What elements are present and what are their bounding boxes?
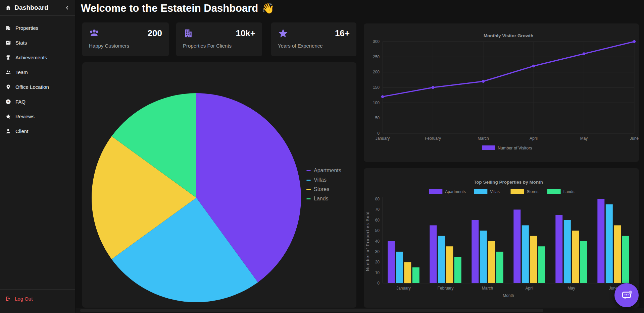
y-tick-label: 10 [375, 270, 380, 275]
legend-label: Lands [563, 189, 575, 194]
y-tick-label: 70 [375, 207, 380, 212]
sidebar-item-office-location[interactable]: Office Location [0, 79, 75, 94]
bar-lands-march[interactable] [496, 252, 503, 283]
bar-stores-april[interactable] [530, 236, 537, 283]
data-point [381, 95, 384, 98]
page-title-text: Welcome to the Estatein Dashboard [81, 2, 258, 14]
stat-label: Happy Customers [89, 43, 162, 49]
sidebar-item-properties[interactable]: Properties [0, 20, 75, 35]
chat-fab-button[interactable] [614, 283, 639, 307]
legend-dash-icon [306, 170, 311, 171]
bar-villas-june[interactable] [606, 204, 613, 283]
y-tick-label: 50 [375, 228, 380, 233]
y-tick-label: 20 [375, 260, 380, 264]
bar-legend-item-villas[interactable]: Villas [474, 189, 499, 194]
bar-apartments-february[interactable] [430, 225, 437, 283]
x-tick-label: January [396, 286, 411, 291]
sidebar-item-client[interactable]: Client [0, 124, 75, 138]
location-pin-icon [5, 84, 11, 90]
data-point [432, 86, 434, 89]
data-point [532, 65, 535, 67]
stat-value: 16+ [335, 28, 350, 38]
sidebar-title: Dashboard [14, 4, 61, 11]
sidebar-item-label: Team [15, 69, 28, 75]
sidebar-item-label: Properties [15, 25, 38, 31]
svg-text:?: ? [7, 100, 9, 103]
line-chart-svg: Monthly Visitor Growth050100150200250300… [364, 23, 639, 162]
line-chart-card: Monthly Visitor Growth050100150200250300… [364, 23, 639, 162]
bar-lands-february[interactable] [454, 257, 461, 283]
pie-legend-item-lands[interactable]: Lands [306, 196, 341, 202]
bar-legend-item-stores[interactable]: Stores [511, 189, 539, 194]
bar-lands-april[interactable] [538, 246, 545, 283]
pie-legend-item-stores[interactable]: Stores [306, 186, 341, 192]
bar-villas-april[interactable] [522, 225, 529, 283]
users-group-icon [89, 28, 99, 39]
bar-villas-february[interactable] [438, 236, 445, 283]
pie-legend-label: Villas [314, 177, 327, 183]
stat-card-happy-customers: 200Happy Customers [82, 22, 169, 56]
bar-apartments-march[interactable] [472, 220, 479, 283]
y-tick-label: 30 [375, 249, 380, 254]
sidebar-item-achievements[interactable]: Achievements [0, 50, 75, 65]
bar-stores-january[interactable] [404, 262, 411, 283]
legend-swatch-icon [547, 189, 561, 194]
y-tick-label: 300 [373, 39, 380, 44]
bar-apartments-may[interactable] [555, 215, 562, 283]
bar-apartments-june[interactable] [597, 199, 604, 283]
bar-stores-june[interactable] [614, 225, 621, 283]
logout-button[interactable]: Log Out [0, 290, 75, 308]
building-icon [5, 25, 11, 31]
legend-dash-icon [306, 189, 311, 190]
pie-chart-card: ApartmentsVillasStoresLands [82, 62, 356, 308]
bar-stores-may[interactable] [572, 231, 579, 283]
bar-stores-february[interactable] [446, 246, 453, 283]
home-icon [5, 5, 11, 11]
sidebar-item-team[interactable]: Team [0, 65, 75, 79]
legend-dash-icon [306, 180, 311, 181]
x-tick-label: April [530, 136, 538, 141]
y-tick-label: 0 [377, 281, 380, 286]
bar-apartments-april[interactable] [513, 209, 521, 283]
y-tick-label: 80 [375, 197, 380, 201]
horizontal-scrollbar-track [76, 308, 644, 313]
sidebar-item-faq[interactable]: ?FAQ [0, 94, 75, 109]
bar-lands-january[interactable] [412, 267, 419, 283]
page-title: Welcome to the Estatein Dashboard👋 [81, 2, 275, 14]
sidebar-item-label: Client [15, 128, 28, 134]
pie-legend-item-villas[interactable]: Villas [306, 177, 341, 183]
pie-legend: ApartmentsVillasStoresLands [306, 168, 341, 202]
wave-emoji: 👋 [261, 2, 275, 14]
legend-label: Number of Visitors [498, 146, 532, 150]
bar-villas-march[interactable] [480, 231, 487, 283]
sidebar-item-stats[interactable]: Stats [0, 35, 75, 50]
logout-icon [5, 296, 11, 302]
legend-swatch-icon [482, 145, 495, 150]
trophy-icon [5, 55, 11, 60]
bar-lands-june[interactable] [622, 236, 629, 283]
sidebar-footer: Log Out [0, 289, 75, 308]
x-tick-label: February [437, 286, 453, 291]
line-chart-legend[interactable]: Number of Visitors [482, 145, 532, 150]
horizontal-scrollbar-thumb[interactable] [80, 309, 543, 312]
line-series-number-of-visitors [383, 42, 634, 97]
bar-legend-item-apartments[interactable]: Apartments [429, 189, 465, 194]
legend-label: Stores [527, 189, 539, 194]
bar-villas-january[interactable] [396, 252, 403, 283]
bar-stores-march[interactable] [488, 241, 495, 284]
chat-bubble-icon [620, 288, 634, 302]
sidebar-collapse-button[interactable] [64, 5, 70, 11]
bar-legend-item-lands[interactable]: Lands [547, 189, 575, 194]
data-point [482, 80, 485, 83]
chart-icon [5, 40, 11, 46]
y-tick-label: 40 [375, 239, 380, 244]
bar-lands-may[interactable] [580, 241, 587, 284]
stat-value: 10k+ [236, 28, 255, 38]
sidebar-item-label: Stats [15, 40, 27, 46]
x-tick-label: May [580, 136, 588, 141]
bar-apartments-january[interactable] [388, 241, 395, 284]
bar-villas-may[interactable] [564, 220, 571, 283]
pie-legend-item-apartments[interactable]: Apartments [306, 168, 341, 174]
sidebar-item-reviews[interactable]: Reviews [0, 109, 75, 124]
stat-label: Properties For Clients [183, 43, 255, 49]
